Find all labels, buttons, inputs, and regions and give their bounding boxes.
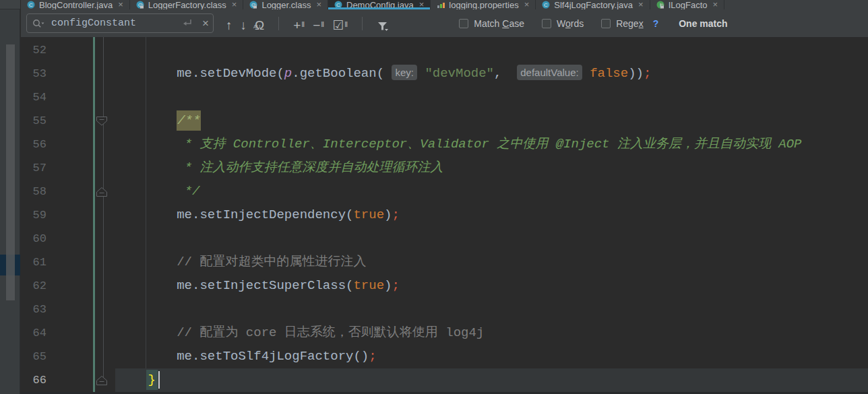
close-tab-icon[interactable]: × xyxy=(118,1,123,8)
text-caret xyxy=(158,371,160,389)
select-all-occurrences-button[interactable]: ΩALL xyxy=(255,15,264,32)
code-line-61[interactable]: 61 // 配置对超类中的属性进行注入 xyxy=(21,251,868,274)
code-line-65[interactable]: 65 me.setToSlf4jLogFactory(); xyxy=(21,345,868,368)
strip-top-section xyxy=(0,0,20,9)
line-number: 64 xyxy=(21,327,46,339)
line-number: 62 xyxy=(21,280,46,292)
gutter xyxy=(46,251,115,274)
line-number: 57 xyxy=(21,162,46,174)
java-class-icon: C xyxy=(249,1,257,9)
option-label: Regex xyxy=(616,18,643,29)
code-line-56[interactable]: 56 * 支持 Controller、Interceptor、Validator… xyxy=(21,133,868,156)
fold-marker-icon[interactable] xyxy=(96,375,108,386)
line-number: 65 xyxy=(21,350,46,363)
gutter xyxy=(46,227,115,251)
checkbox[interactable] xyxy=(601,19,611,28)
code-line-57[interactable]: 57 * 注入动作支持任意深度并自动处理循环注入 xyxy=(21,156,868,180)
code-text: // 配置对超类中的属性进行注入 xyxy=(115,251,868,274)
close-tab-icon[interactable]: × xyxy=(524,1,530,8)
code-text: } xyxy=(115,368,868,392)
code-editor[interactable]: 5253 me.setDevMode(p.getBoolean( key: "d… xyxy=(21,37,868,394)
tab-logger-class[interactable]: CLogger.class× xyxy=(243,0,328,9)
tab-label: Slf4jLogFactory.java xyxy=(554,0,633,9)
close-tab-icon[interactable]: × xyxy=(638,1,644,8)
close-tab-icon[interactable]: × xyxy=(232,1,237,8)
ide-window: CBlogController.java×CLoggerFactory.clas… xyxy=(0,0,868,394)
editor-tabs: CBlogController.java×CLoggerFactory.clas… xyxy=(21,0,868,9)
checkbox[interactable] xyxy=(459,19,468,28)
code-line-53[interactable]: 53 me.setDevMode(p.getBoolean( key: "dev… xyxy=(21,62,868,86)
code-line-58[interactable]: 58 */ xyxy=(21,180,868,203)
search-input[interactable] xyxy=(50,17,182,30)
tab-democonfig-java[interactable]: CDemoConfig.java× xyxy=(328,0,431,9)
code-line-54[interactable]: 54 xyxy=(21,86,868,109)
line-number: 60 xyxy=(21,232,46,245)
tab-label: logging.properties xyxy=(449,0,518,9)
toolbar-separator xyxy=(362,17,363,30)
gutter xyxy=(46,109,115,133)
gutter xyxy=(46,298,115,321)
code-line-52[interactable]: 52 xyxy=(21,38,868,62)
toggle-selection-button[interactable]: ☑Ⅱ xyxy=(332,15,348,32)
clear-search-icon[interactable]: × xyxy=(202,19,209,28)
code-text: me.setInjectDependency(true); xyxy=(115,203,868,227)
fold-marker-icon[interactable] xyxy=(96,187,108,197)
gutter xyxy=(46,345,115,368)
gutter xyxy=(46,156,115,180)
code-line-66[interactable]: 66 } xyxy=(21,368,868,392)
checkbox[interactable] xyxy=(542,19,551,28)
line-number: 61 xyxy=(21,256,46,269)
tab-label: LoggerFactory.class xyxy=(148,0,226,9)
option-words[interactable]: Words xyxy=(542,18,584,29)
properties-icon xyxy=(437,1,445,9)
code-line-64[interactable]: 64 // 配置为 core 日志系统，否则默认将使用 log4j xyxy=(21,321,868,345)
tab-label: ILogFacto xyxy=(669,0,708,9)
find-toolbar: ↑↓ΩALL+Ⅱ−Ⅱ☑Ⅱ xyxy=(226,15,389,32)
java-class-icon: C xyxy=(27,1,35,9)
scrollbar-thumb[interactable] xyxy=(6,44,15,300)
code-text xyxy=(115,227,868,251)
code-line-55[interactable]: 55 /** xyxy=(21,109,868,133)
gutter xyxy=(46,133,115,156)
code-text: * 注入动作支持任意深度并自动处理循环注入 xyxy=(115,156,868,180)
help-icon[interactable]: ? xyxy=(653,18,659,29)
option-match-case[interactable]: Match Case xyxy=(459,18,524,29)
code-text xyxy=(115,298,868,321)
remove-selection-button[interactable]: −Ⅱ xyxy=(313,15,324,32)
tab-ilogfacto[interactable]: IILogFacto× xyxy=(650,0,724,9)
next-occurrence-button[interactable]: ↓ xyxy=(241,15,247,32)
search-field[interactable]: × xyxy=(26,13,214,33)
code-line-63[interactable]: 63 xyxy=(21,298,868,321)
fold-marker-icon[interactable] xyxy=(96,116,108,127)
line-number: 59 xyxy=(21,209,46,222)
code-line-60[interactable]: 60 xyxy=(21,227,868,251)
tab-label: Logger.class xyxy=(261,0,311,9)
filter-button[interactable] xyxy=(377,15,389,32)
tab-slf4jlogfactory-java[interactable]: CSlf4jLogFactory.java× xyxy=(536,0,650,9)
find-bar: × ↑↓ΩALL+Ⅱ−Ⅱ☑Ⅱ Match CaseWordsRegex ? On… xyxy=(21,9,868,37)
close-tab-icon[interactable]: × xyxy=(316,1,321,8)
tab-loggerfactory-class[interactable]: CLoggerFactory.class× xyxy=(130,0,244,9)
find-options: Match CaseWordsRegex xyxy=(459,18,643,29)
tab-blogcontroller-java[interactable]: CBlogController.java× xyxy=(21,0,130,9)
gutter xyxy=(46,368,115,392)
gutter xyxy=(46,321,115,345)
code-line-59[interactable]: 59 me.setInjectDependency(true); xyxy=(21,203,868,227)
add-selection-button[interactable]: +Ⅱ xyxy=(293,15,305,32)
previous-occurrence-button[interactable]: ↑ xyxy=(226,15,232,32)
search-result-count: One match xyxy=(679,18,727,29)
code-text: * 支持 Controller、Interceptor、Validator 之中… xyxy=(115,133,868,156)
close-tab-icon[interactable]: × xyxy=(713,1,718,8)
adjacent-panel-scrollbar-strip xyxy=(0,0,20,394)
line-number: 52 xyxy=(21,44,46,57)
line-number: 53 xyxy=(21,67,46,80)
option-regex[interactable]: Regex xyxy=(601,18,643,29)
java-class-icon: C xyxy=(542,1,550,9)
gutter xyxy=(46,274,115,298)
code-line-62[interactable]: 62 me.setInjectSuperClass(true); xyxy=(21,274,868,298)
code-text: me.setInjectSuperClass(true); xyxy=(115,274,868,298)
tab-logging-properties[interactable]: logging.properties× xyxy=(431,0,536,9)
code-text: me.setToSlf4jLogFactory(); xyxy=(115,345,868,368)
search-icon[interactable] xyxy=(32,19,44,28)
gutter xyxy=(46,38,115,62)
